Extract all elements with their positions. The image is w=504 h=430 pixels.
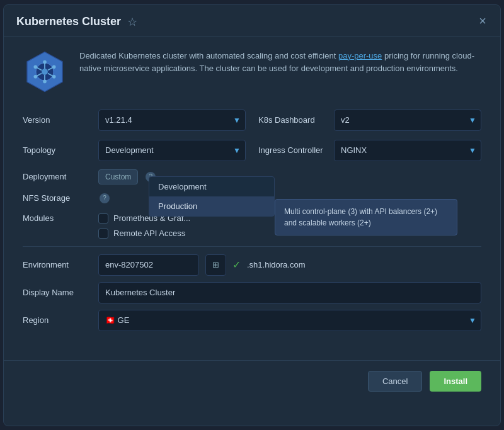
dialog-header: Kubernetes Cluster ☆ ×	[4, 5, 500, 37]
version-label: Version	[23, 115, 92, 125]
svg-point-11	[34, 65, 38, 69]
version-select-wrapper: v1.21.4 ▼	[98, 110, 246, 131]
topology-dropdown-overlay: Development Production Multi control-pla…	[149, 176, 275, 217]
modules-list: Prometheus & Graf... Remote API Access	[98, 213, 190, 239]
intro-description: Dedicated Kubernetes cluster with automa…	[79, 50, 481, 76]
environment-icon-button[interactable]: ⊞	[205, 254, 226, 276]
environment-row: Environment ⊞ ✓ .sh1.hidora.com	[23, 254, 481, 276]
svg-point-10	[43, 79, 47, 83]
close-button[interactable]: ×	[474, 11, 491, 31]
install-button[interactable]: Install	[430, 371, 481, 392]
version-row: Version v1.21.4 ▼	[23, 109, 246, 132]
prometheus-checkbox[interactable]	[98, 213, 108, 223]
region-select[interactable]: 🇨🇭 GE	[98, 310, 481, 331]
svg-point-13	[34, 74, 38, 78]
k8s-dashboard-label: K8s Dashboard	[258, 115, 328, 125]
svg-point-9	[43, 60, 47, 64]
ingress-row: Ingress Controller NGINX ▼	[258, 139, 481, 162]
intro-section: Dedicated Kubernetes cluster with automa…	[23, 50, 481, 94]
remote-api-checkbox-wrapper[interactable]: Remote API Access	[98, 229, 190, 239]
nfs-label: NFS Storage	[23, 193, 92, 203]
check-icon: ✓	[232, 259, 241, 271]
ingress-label: Ingress Controller	[258, 145, 328, 155]
dropdown-item-production[interactable]: Production	[149, 196, 274, 216]
deployment-label: Deployment	[23, 172, 92, 181]
favorite-icon[interactable]: ☆	[127, 15, 137, 29]
version-select[interactable]: v1.21.4	[98, 110, 246, 131]
remote-api-checkbox[interactable]	[98, 229, 108, 239]
ingress-select[interactable]: NGINX	[334, 140, 481, 161]
topology-dropdown-list: Development Production	[149, 176, 275, 217]
topology-label: Topology	[23, 145, 92, 155]
k8s-dashboard-select[interactable]: v2	[334, 110, 481, 131]
nfs-help-icon: ?	[100, 193, 110, 203]
topology-row: Topology Development Production ▼	[23, 139, 246, 162]
svg-point-12	[52, 74, 56, 78]
topology-select[interactable]: Development Production	[98, 140, 246, 161]
display-name-input[interactable]	[98, 282, 481, 303]
domain-text: .sh1.hidora.com	[247, 260, 306, 269]
environment-input[interactable]	[98, 254, 199, 276]
dropdown-item-development[interactable]: Development	[149, 177, 274, 196]
environment-label: Environment	[23, 260, 92, 269]
region-select-wrapper: 🇨🇭 GE ▼	[98, 310, 481, 331]
dialog-footer: Cancel Install	[4, 360, 500, 402]
kubernetes-dialog: Kubernetes Cluster ☆ ×	[3, 4, 501, 426]
custom-badge[interactable]: Custom	[98, 169, 138, 184]
production-tooltip: Multi control-plane (3) with API balance…	[275, 199, 457, 235]
svg-point-14	[52, 65, 56, 69]
kubernetes-logo	[23, 50, 67, 94]
ingress-select-wrapper: NGINX ▼	[334, 140, 481, 161]
display-name-label: Display Name	[23, 288, 92, 297]
modules-label: Modules	[23, 213, 92, 223]
k8s-dashboard-row: K8s Dashboard v2 ▼	[258, 109, 481, 132]
remote-api-label: Remote API Access	[113, 229, 185, 238]
topology-select-wrapper: Development Production ▼	[98, 140, 246, 161]
cancel-button[interactable]: Cancel	[368, 371, 422, 392]
pay-per-use-link[interactable]: pay-per-use	[338, 51, 382, 60]
section-divider	[23, 246, 481, 247]
region-row: Region 🇨🇭 GE ▼	[23, 310, 481, 331]
dialog-title: Kubernetes Cluster	[16, 15, 121, 28]
intro-text-part1: Dedicated Kubernetes cluster with automa…	[79, 51, 338, 60]
display-name-row: Display Name	[23, 282, 481, 303]
region-label: Region	[23, 315, 92, 325]
k8s-dashboard-select-wrapper: v2 ▼	[334, 110, 481, 131]
svg-point-2	[42, 69, 48, 75]
